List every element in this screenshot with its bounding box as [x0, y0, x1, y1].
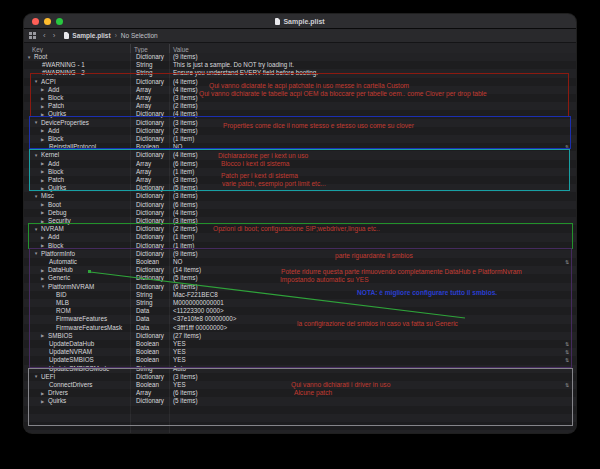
- plist-row-connectdrivers[interactable]: ConnectDriversBooleanYES⇅: [24, 381, 576, 389]
- plist-row--warning-1[interactable]: #WARNING - 1StringThis is just a sample.…: [24, 61, 576, 69]
- plist-row-bid[interactable]: BIDStringMac-F221BEC8: [24, 291, 576, 299]
- plist-row-misc[interactable]: ▼MiscDictionary(3 items): [24, 192, 576, 200]
- plist-row-updatenvram[interactable]: UpdateNVRAMBooleanYES⇅: [24, 348, 576, 356]
- row-type: Dictionary: [136, 184, 164, 192]
- row-key: ConnectDrivers: [49, 381, 92, 389]
- row-type: String: [136, 299, 152, 307]
- plist-row-add[interactable]: ▶AddArray(4 items): [24, 86, 576, 94]
- plist-row-block[interactable]: ▶BlockArray(1 item): [24, 168, 576, 176]
- plist-outline-view: ▼RootDictionary(9 items)#WARNING - 1Stri…: [24, 53, 576, 433]
- plist-row-nvram[interactable]: ▼NVRAMDictionary(2 items): [24, 225, 576, 233]
- plist-row-datahub[interactable]: ▶DataHubDictionary(14 items): [24, 266, 576, 274]
- row-key: Block: [48, 242, 63, 250]
- disclosure-triangle-icon[interactable]: ▶: [41, 398, 44, 406]
- plist-row-boot[interactable]: ▶BootDictionary(6 items): [24, 201, 576, 209]
- column-header-value[interactable]: Value: [173, 46, 189, 53]
- row-key: Drivers: [48, 389, 68, 397]
- plist-row-acpi[interactable]: ▼ACPIDictionary(4 items): [24, 78, 576, 86]
- column-header-type[interactable]: Type: [134, 46, 148, 53]
- row-type: Dictionary: [136, 274, 164, 282]
- plist-row-patch[interactable]: ▶PatchArray(3 items): [24, 176, 576, 184]
- plist-row-smbios[interactable]: ▶SMBIOSDictionary(27 items): [24, 332, 576, 340]
- row-type: Dictionary: [136, 373, 164, 381]
- plist-row-automatic[interactable]: AutomaticBooleanNO⇅: [24, 258, 576, 266]
- plist-row-updatesmbios[interactable]: UpdateSMBIOSBooleanYES⇅: [24, 356, 576, 364]
- row-value: M0000000000001: [173, 299, 224, 307]
- plist-row-uefi[interactable]: ▼UEFIDictionary(3 items): [24, 373, 576, 381]
- plist-row-block[interactable]: ▶BlockArray(3 items): [24, 94, 576, 102]
- breadcrumb-selection[interactable]: No Selection: [121, 32, 158, 39]
- plist-row-add[interactable]: ▶AddDictionary(1 item): [24, 233, 576, 241]
- plist-row-block[interactable]: ▶BlockDictionary(1 item): [24, 242, 576, 250]
- row-key: Patch: [48, 102, 64, 110]
- row-value: This is just a sample. Do NOT try loadin…: [173, 61, 294, 69]
- plist-row-quirks[interactable]: ▶QuirksDictionary(4 items): [24, 110, 576, 118]
- row-value: Auto: [173, 365, 186, 373]
- value-stepper-icon[interactable]: ⇅: [565, 340, 569, 348]
- row-type: Array: [136, 86, 151, 94]
- plist-row-deviceproperties[interactable]: ▼DevicePropertiesDictionary(3 items): [24, 119, 576, 127]
- row-key: DataHub: [48, 266, 73, 274]
- row-value: (3 items): [173, 373, 198, 381]
- breadcrumb-separator: ›: [115, 32, 117, 39]
- plist-row-root[interactable]: ▼RootDictionary(9 items): [24, 53, 576, 61]
- plist-row-rom[interactable]: ROMData<11223300 0000>: [24, 307, 576, 315]
- row-value: (3 items): [173, 119, 198, 127]
- row-value: Ensure you understand EVERY field before…: [173, 69, 318, 77]
- row-type: Data: [136, 307, 149, 315]
- row-value: (27 items): [173, 332, 201, 340]
- plist-row-platforminfo[interactable]: ▼PlatformInfoDictionary(9 items): [24, 250, 576, 258]
- jump-bar: ‹ › Sample.plist › No Selection: [24, 29, 576, 43]
- row-key: ROM: [56, 307, 71, 315]
- plist-row-reinstallprotocol[interactable]: ReinstallProtocolBooleanNO⇅: [24, 143, 576, 151]
- column-header-key[interactable]: Key: [32, 46, 43, 53]
- plist-row--warning-2[interactable]: #WARNING - 2StringEnsure you understand …: [24, 69, 576, 77]
- row-value: (4 items): [173, 86, 198, 94]
- plist-row-kernel[interactable]: ▼KernelDictionary(4 items): [24, 151, 576, 159]
- plist-row-updatesmbiosmode[interactable]: UpdateSMBIOSModeStringAuto: [24, 365, 576, 373]
- row-value: (1 item): [173, 135, 194, 143]
- plist-row-drivers[interactable]: ▶DriversArray(6 items): [24, 389, 576, 397]
- plist-row-quirks[interactable]: ▶QuirksDictionary(5 items): [24, 184, 576, 192]
- row-value: (5 items): [173, 397, 198, 405]
- row-type: Array: [136, 168, 151, 176]
- breadcrumb-file[interactable]: Sample.plist: [72, 32, 110, 39]
- window-titlebar[interactable]: Sample.plist: [24, 14, 576, 29]
- plist-row-mlb[interactable]: MLBStringM0000000000001: [24, 299, 576, 307]
- value-stepper-icon[interactable]: ⇅: [565, 258, 569, 266]
- plist-row-add[interactable]: ▶AddArray(6 items): [24, 160, 576, 168]
- value-stepper-icon[interactable]: ⇅: [565, 356, 569, 364]
- plist-row-updatedatahub[interactable]: UpdateDataHubBooleanYES⇅: [24, 340, 576, 348]
- plist-row-block[interactable]: ▶BlockDictionary(1 item): [24, 135, 576, 143]
- forward-button[interactable]: ›: [53, 33, 56, 39]
- value-stepper-icon[interactable]: ⇅: [565, 381, 569, 389]
- plist-row-quirks[interactable]: ▶QuirksDictionary(5 items): [24, 397, 576, 405]
- plist-row-add[interactable]: ▶AddDictionary(2 items): [24, 127, 576, 135]
- row-type: Boolean: [136, 356, 159, 364]
- row-key: ReinstallProtocol: [49, 143, 96, 151]
- back-button[interactable]: ‹: [43, 33, 46, 39]
- row-type: Dictionary: [136, 127, 164, 135]
- plist-row-security[interactable]: ▶SecurityDictionary(3 items): [24, 217, 576, 225]
- row-type: Dictionary: [136, 283, 164, 291]
- row-type: Dictionary: [136, 209, 164, 217]
- value-stepper-icon[interactable]: ⇅: [565, 348, 569, 356]
- plist-row-generic[interactable]: ▶GenericDictionary(5 items): [24, 274, 576, 282]
- plist-row-debug[interactable]: ▶DebugDictionary(4 items): [24, 209, 576, 217]
- plist-row-firmwarefeatures[interactable]: FirmwareFeaturesData<37e10fe8 00000000>: [24, 315, 576, 323]
- plist-row-platformnvram[interactable]: ▼PlatformNVRAMDictionary(6 items): [24, 283, 576, 291]
- desktop-background: Sample.plist ‹ › Sample.plist › No Selec…: [0, 0, 600, 469]
- row-type: Dictionary: [136, 266, 164, 274]
- row-value: (5 items): [173, 184, 198, 192]
- value-stepper-icon[interactable]: ⇅: [565, 143, 569, 151]
- row-type: Dictionary: [136, 119, 164, 127]
- related-items-icon[interactable]: [29, 32, 36, 39]
- row-key: FirmwareFeatures: [56, 315, 107, 323]
- row-value: (2 items): [173, 225, 198, 233]
- plist-row-firmwarefeaturesmask[interactable]: FirmwareFeaturesMaskData<3fff1fff 000000…: [24, 324, 576, 332]
- plist-row-patch[interactable]: ▶PatchArray(2 items): [24, 102, 576, 110]
- row-key: Quirks: [48, 397, 66, 405]
- row-key: Add: [48, 127, 59, 135]
- row-value: (3 items): [173, 94, 198, 102]
- row-key: Security: [48, 217, 71, 225]
